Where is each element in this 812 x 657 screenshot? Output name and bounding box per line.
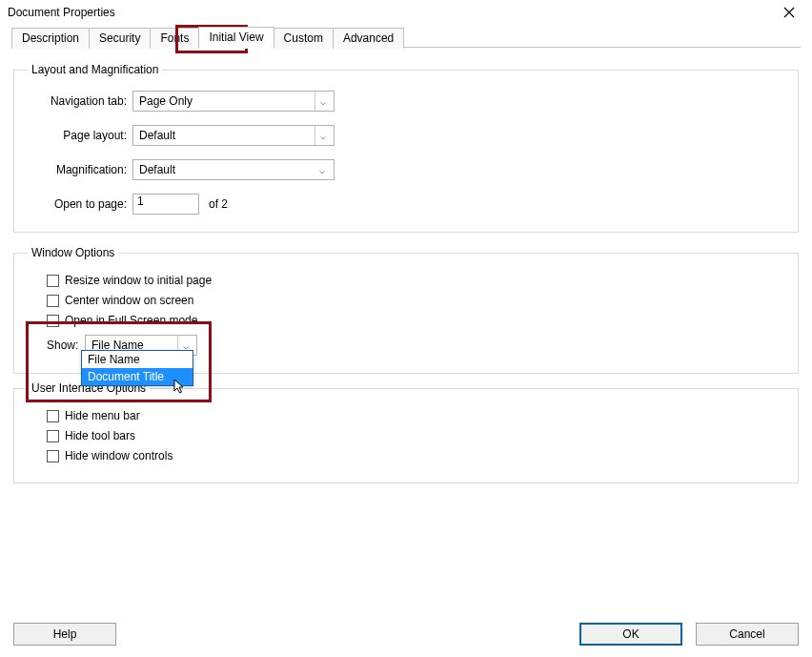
nav-tab-label: Navigation tab: [28,94,132,108]
show-option-file-name[interactable]: File Name [82,351,193,368]
tab-description[interactable]: Description [11,28,90,49]
close-button[interactable] [774,3,804,22]
ui-options-group: User Interface Options Hide menu bar Hid… [13,381,799,483]
checkbox-icon [47,275,59,287]
tab-security[interactable]: Security [89,28,151,49]
center-window-checkbox[interactable]: Center window on screen [47,294,784,307]
layout-magnification-group: Layout and Magnification Navigation tab:… [13,63,799,233]
open-to-page-label: Open to page: [28,197,132,211]
magnification-label: Magnification: [28,163,132,176]
show-option-document-title[interactable]: Document Title [82,368,193,385]
checkbox-icon [47,315,59,327]
checkbox-icon [47,430,59,442]
fullscreen-checkbox[interactable]: Open in Full Screen mode [47,314,784,327]
tab-strip: Description Security Fonts Initial View … [0,23,812,48]
checkbox-icon [47,410,59,422]
hide-menu-bar-checkbox[interactable]: Hide menu bar [47,409,784,422]
open-to-page-input[interactable]: 1 [132,194,199,215]
show-label: Show: [47,339,85,352]
open-to-page-suffix: of 2 [209,197,228,211]
nav-tab-select[interactable]: Page Only ⌵ [132,91,335,112]
help-button[interactable]: Help [13,623,116,646]
cancel-button[interactable]: Cancel [696,623,799,646]
window-options-legend: Window Options [28,246,118,259]
checkbox-icon [47,295,59,307]
tab-advanced[interactable]: Advanced [333,28,404,49]
tab-fonts[interactable]: Fonts [150,28,199,49]
chevron-down-icon: ⌵ [315,165,330,175]
show-dropdown-list[interactable]: File Name Document Title [81,350,193,386]
layout-legend: Layout and Magnification [28,63,162,76]
tab-initial-view[interactable]: Initial View [198,27,274,49]
ok-button[interactable]: OK [579,623,682,646]
page-layout-label: Page layout: [28,129,132,142]
hide-tool-bars-checkbox[interactable]: Hide tool bars [47,429,784,442]
checkbox-icon [47,450,59,462]
chevron-down-icon: ⌵ [315,92,330,111]
chevron-down-icon: ⌵ [315,126,330,145]
resize-window-checkbox[interactable]: Resize window to initial page [47,274,784,287]
page-layout-select[interactable]: Default ⌵ [132,125,335,146]
window-title: Document Properties [8,6,115,19]
tab-custom[interactable]: Custom [274,28,334,49]
hide-window-controls-checkbox[interactable]: Hide window controls [47,449,784,462]
magnification-select[interactable]: Default ⌵ [132,159,335,180]
